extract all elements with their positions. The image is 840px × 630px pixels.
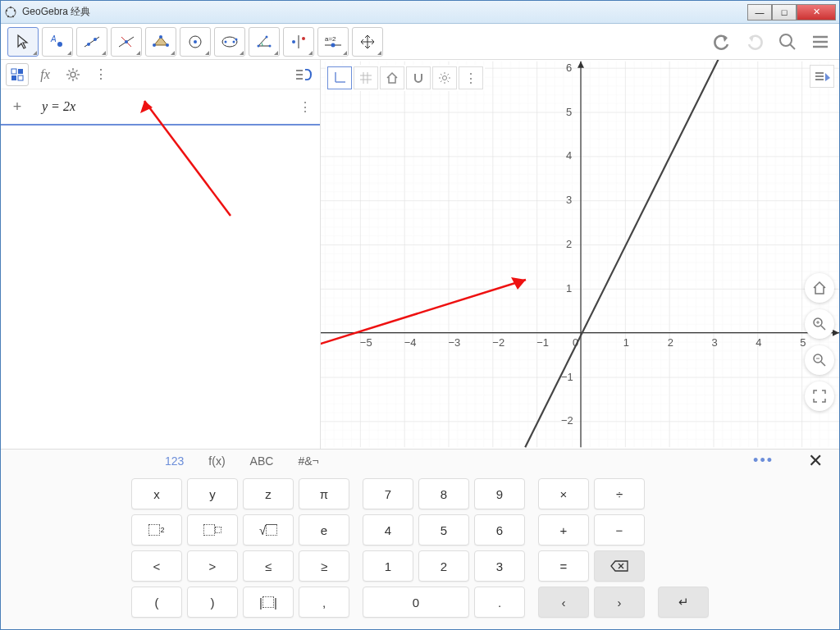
graph-settings-button[interactable]	[432, 66, 457, 89]
key-7[interactable]: 7	[363, 478, 413, 509]
key-le[interactable]: ≤	[243, 550, 294, 582]
expression-input[interactable]: y = 2x	[27, 99, 299, 114]
tool-point[interactable]: A	[42, 27, 73, 57]
key-6[interactable]: 6	[474, 514, 525, 546]
kb-tab-fx[interactable]: f(x)	[208, 454, 225, 468]
key-4[interactable]: 4	[363, 514, 413, 546]
tool-move-view[interactable]	[352, 27, 383, 57]
algebra-settings-button[interactable]	[62, 63, 84, 86]
key-lparen[interactable]: (	[131, 587, 182, 618]
graph-toolbar: ⋮	[326, 65, 485, 91]
close-button[interactable]: ✕	[797, 4, 836, 21]
svg-text:−2: −2	[492, 336, 504, 349]
tool-circle[interactable]	[180, 27, 211, 57]
key-5[interactable]: 5	[418, 514, 469, 546]
key-e[interactable]: e	[299, 514, 349, 546]
algebra-view-button[interactable]	[6, 63, 29, 86]
key-1[interactable]: 1	[363, 550, 413, 582]
key-lt[interactable]: <	[131, 550, 182, 582]
svg-point-20	[225, 40, 227, 43]
sort-button[interactable]	[292, 63, 315, 86]
graph-more-button[interactable]: ⋮	[459, 66, 483, 89]
algebra-input-row[interactable]: + y = 2x ⋮	[1, 89, 320, 126]
key-ge[interactable]: ≥	[299, 550, 349, 582]
tool-slider[interactable]: a=2	[317, 27, 349, 57]
key-square[interactable]: 2	[131, 514, 182, 546]
svg-point-9	[87, 43, 90, 46]
ellipse-icon	[220, 34, 240, 50]
svg-text:1: 1	[566, 282, 572, 294]
home-view-button[interactable]	[805, 273, 834, 303]
tool-line[interactable]	[76, 27, 107, 57]
key-enter[interactable]: ↵	[658, 587, 709, 618]
key-backspace[interactable]	[594, 550, 645, 582]
tool-polygon[interactable]	[145, 27, 176, 57]
key-add[interactable]: +	[538, 514, 589, 546]
add-input-button[interactable]: +	[7, 98, 27, 116]
key-mul[interactable]: ×	[538, 478, 589, 509]
redo-button[interactable]	[742, 30, 767, 54]
algebra-more-button[interactable]: ⋮	[89, 63, 112, 86]
svg-text:2: 2	[668, 336, 673, 349]
perpendicular-icon	[116, 34, 136, 50]
key-sub[interactable]: −	[594, 514, 645, 546]
kb-tab-sym[interactable]: #&¬	[298, 454, 318, 468]
grid-button[interactable]	[354, 66, 378, 89]
key-gt[interactable]: >	[187, 550, 238, 582]
fullscreen-button[interactable]	[805, 381, 834, 411]
tool-conic[interactable]	[214, 27, 245, 57]
key-9[interactable]: 9	[474, 478, 525, 509]
key-z[interactable]: z	[243, 478, 294, 509]
main-toolbar: A a=2	[1, 24, 839, 60]
zoom-in-button[interactable]	[805, 309, 834, 339]
style-button[interactable]	[810, 65, 834, 88]
key-left[interactable]: ‹	[538, 587, 589, 618]
key-dot[interactable]: .	[474, 587, 525, 618]
tool-reflect[interactable]	[283, 27, 314, 57]
svg-line-33	[790, 44, 795, 49]
tool-angle[interactable]	[249, 27, 280, 57]
key-x[interactable]: x	[131, 478, 182, 509]
key-pi[interactable]: π	[299, 478, 349, 509]
expression-menu-button[interactable]: ⋮	[299, 99, 313, 115]
search-button[interactable]	[775, 30, 800, 54]
fx-button[interactable]: fx	[34, 63, 57, 86]
cursor-icon	[15, 34, 31, 50]
key-8[interactable]: 8	[418, 478, 469, 509]
svg-rect-38	[18, 69, 23, 74]
key-right[interactable]: ›	[594, 587, 645, 618]
kb-tab-123[interactable]: 123	[165, 454, 184, 468]
kb-more-button[interactable]: •••	[753, 452, 774, 469]
zoom-out-button[interactable]	[805, 345, 834, 375]
key-div[interactable]: ÷	[594, 478, 645, 509]
svg-text:1: 1	[623, 336, 629, 349]
tool-move[interactable]	[7, 27, 39, 57]
menu-button[interactable]	[808, 30, 833, 54]
key-rparen[interactable]: )	[187, 587, 238, 618]
snap-button[interactable]	[406, 66, 431, 89]
key-3[interactable]: 3	[474, 550, 525, 582]
graph-panel[interactable]: ⋮ −5−4−3−2−1 0 12345	[321, 60, 839, 449]
minimize-button[interactable]: —	[747, 4, 772, 21]
svg-point-2	[14, 9, 16, 11]
key-y[interactable]: y	[187, 478, 238, 509]
key-0[interactable]: 0	[363, 587, 469, 618]
kb-close-button[interactable]: ✕	[808, 450, 823, 472]
key-sqrt[interactable]: √	[243, 514, 294, 546]
tool-perpendicular[interactable]	[111, 27, 142, 57]
svg-point-3	[12, 15, 14, 16]
key-comma[interactable]: ,	[299, 587, 349, 618]
svg-text:4: 4	[756, 336, 761, 349]
undo-button[interactable]	[710, 30, 734, 54]
kb-tab-abc[interactable]: ABC	[250, 454, 274, 468]
key-eq[interactable]: =	[538, 550, 589, 582]
home-button[interactable]	[380, 66, 404, 89]
key-2[interactable]: 2	[418, 550, 469, 582]
graph-canvas[interactable]: −5−4−3−2−1 0 12345 123456 −1−2	[321, 60, 839, 449]
virtual-keyboard: 123 f(x) ABC #&¬ ••• ✕ x y z π 2 √ e < >…	[1, 449, 839, 629]
svg-point-4	[7, 15, 9, 16]
axes-button[interactable]	[327, 66, 352, 89]
maximize-button[interactable]: □	[772, 4, 797, 21]
key-abs[interactable]: ||	[243, 587, 294, 618]
key-power[interactable]	[187, 514, 238, 546]
